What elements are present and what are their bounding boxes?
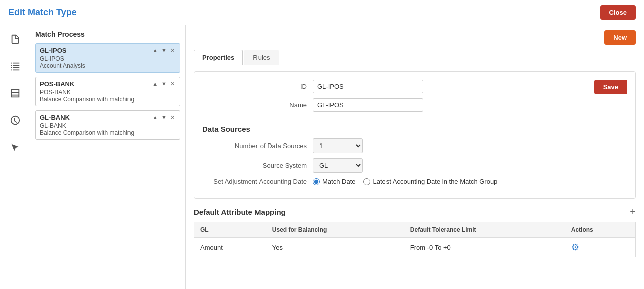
- save-btn-area: Save: [584, 80, 627, 94]
- name-label: Name: [202, 101, 313, 109]
- add-mapping-button[interactable]: +: [630, 207, 636, 217]
- cell-gl: Amount: [194, 238, 266, 257]
- content-area: Match Process GL-IPOS ▲ ▼ ✕ GL-IPOS Acco…: [0, 25, 644, 289]
- form-section: ID Name Save: [194, 71, 636, 199]
- num-sources-row: Number of Data Sources 1: [202, 138, 627, 153]
- fields-area: ID Name: [202, 80, 584, 117]
- match-item-gl-bank[interactable]: GL-BANK ▲ ▼ ✕ GL-BANK Balance Comparison…: [35, 110, 180, 140]
- match-item-subtitle-gl-bank: GL-BANK: [40, 122, 176, 129]
- data-sources-title: Data Sources: [202, 125, 250, 133]
- id-input[interactable]: [313, 80, 423, 93]
- remove-btn[interactable]: ✕: [169, 47, 176, 54]
- page-title: Edit Match Type: [8, 7, 77, 18]
- match-date-text: Match Date: [322, 178, 355, 185]
- match-process-panel: Match Process GL-IPOS ▲ ▼ ✕ GL-IPOS Acco…: [30, 25, 186, 289]
- match-date-radio[interactable]: [313, 178, 320, 185]
- match-item-desc-gl-bank: Balance Comparison with matching: [40, 129, 176, 136]
- cell-actions: ⚙: [565, 238, 635, 257]
- remove-btn-glbank[interactable]: ✕: [169, 114, 176, 121]
- match-item-controls: ▲ ▼ ✕: [151, 47, 176, 54]
- remove-btn-pos[interactable]: ✕: [169, 81, 176, 87]
- match-item-pos-bank[interactable]: POS-BANK ▲ ▼ ✕ POS-BANK Balance Comparis…: [35, 77, 180, 106]
- adj-date-label: Set Adjustment Accounting Date: [202, 178, 313, 185]
- col-actions: Actions: [565, 222, 635, 238]
- move-up-btn-pos[interactable]: ▲: [151, 81, 159, 87]
- close-button[interactable]: Close: [600, 5, 636, 20]
- latest-date-label[interactable]: Latest Accounting Date in the Match Grou…: [363, 178, 497, 185]
- main-content: New Properties Rules ID: [186, 25, 644, 289]
- new-button[interactable]: New: [604, 30, 636, 45]
- cursor-icon[interactable]: [6, 138, 24, 157]
- source-system-label: Source System: [202, 162, 313, 169]
- table-header-row: GL Used for Balancing Default Tolerance …: [194, 222, 636, 238]
- match-item-header-pos: POS-BANK ▲ ▼ ✕: [36, 77, 180, 89]
- top-actions: New: [194, 30, 636, 45]
- match-item-controls-glbank: ▲ ▼ ✕: [151, 114, 176, 121]
- match-item-desc-gl-ipos: Account Analysis: [40, 62, 176, 69]
- latest-date-radio[interactable]: [363, 178, 370, 185]
- col-default-tolerance: Default Tolerance Limit: [404, 222, 565, 238]
- col-gl: GL: [194, 222, 266, 238]
- num-sources-label: Number of Data Sources: [202, 142, 313, 150]
- data-sources-subsection: Data Sources Number of Data Sources 1 So…: [202, 125, 627, 185]
- latest-date-text: Latest Accounting Date in the Match Grou…: [373, 178, 497, 185]
- match-process-title: Match Process: [35, 30, 180, 38]
- cell-default-tolerance: From -0 To +0: [404, 238, 565, 257]
- match-item-name-gl-bank: GL-BANK: [40, 114, 70, 121]
- save-button[interactable]: Save: [594, 80, 627, 94]
- match-item-controls-pos: ▲ ▼ ✕: [151, 81, 176, 87]
- tab-rules[interactable]: Rules: [244, 50, 278, 65]
- source-system-row: Source System GL: [202, 158, 627, 173]
- adj-date-radio-group: Match Date Latest Accounting Date in the…: [313, 178, 497, 185]
- move-down-btn-pos[interactable]: ▼: [160, 81, 168, 87]
- gear-icon[interactable]: ⚙: [571, 242, 579, 252]
- adj-date-row: Set Adjustment Accounting Date Match Dat…: [202, 178, 627, 185]
- match-item-header-glbank: GL-BANK ▲ ▼ ✕: [36, 111, 180, 122]
- table-row: Amount Yes From -0 To +0 ⚙: [194, 238, 636, 257]
- attribute-mapping-table: GL Used for Balancing Default Tolerance …: [194, 222, 636, 257]
- sidebar-icons: [0, 25, 30, 289]
- match-item-desc-pos-bank: Balance Comparison with matching: [40, 96, 176, 103]
- match-date-label[interactable]: Match Date: [313, 178, 355, 185]
- move-up-btn[interactable]: ▲: [151, 47, 159, 54]
- attribute-mapping-header: Default Attribute Mapping +: [194, 207, 636, 217]
- source-system-select[interactable]: GL: [313, 158, 363, 173]
- id-row: ID: [202, 80, 584, 93]
- header-row: ID Name Save: [202, 80, 627, 117]
- tabs: Properties Rules: [194, 50, 636, 65]
- match-item-subtitle-gl-ipos: GL-IPOS: [40, 55, 176, 62]
- name-input[interactable]: [313, 98, 423, 112]
- list-icon[interactable]: [6, 57, 24, 75]
- num-sources-select[interactable]: 1: [313, 138, 363, 153]
- doc-icon[interactable]: [6, 30, 24, 48]
- move-down-btn-glbank[interactable]: ▼: [160, 114, 168, 121]
- attribute-mapping-section: Default Attribute Mapping + GL Used for …: [194, 207, 636, 257]
- id-label: ID: [202, 83, 313, 90]
- match-item-header: GL-IPOS ▲ ▼ ✕: [36, 44, 180, 55]
- attribute-mapping-title: Default Attribute Mapping: [194, 208, 286, 216]
- match-item-gl-ipos[interactable]: GL-IPOS ▲ ▼ ✕ GL-IPOS Account Analysis: [35, 43, 180, 73]
- data-sources-header: Data Sources: [202, 125, 627, 133]
- clock-icon[interactable]: [6, 111, 24, 129]
- table-icon[interactable]: [6, 84, 24, 102]
- col-used-for-balancing: Used for Balancing: [266, 222, 404, 238]
- match-item-name-pos-bank: POS-BANK: [40, 80, 74, 88]
- page-header: Edit Match Type Close: [0, 0, 644, 25]
- match-item-subtitle-pos-bank: POS-BANK: [40, 89, 176, 96]
- move-down-btn[interactable]: ▼: [160, 47, 168, 54]
- move-up-btn-glbank[interactable]: ▲: [151, 114, 159, 121]
- match-item-name-gl-ipos: GL-IPOS: [40, 47, 66, 54]
- cell-used-for-balancing: Yes: [266, 238, 404, 257]
- name-row: Name: [202, 98, 584, 112]
- tab-properties[interactable]: Properties: [194, 50, 243, 65]
